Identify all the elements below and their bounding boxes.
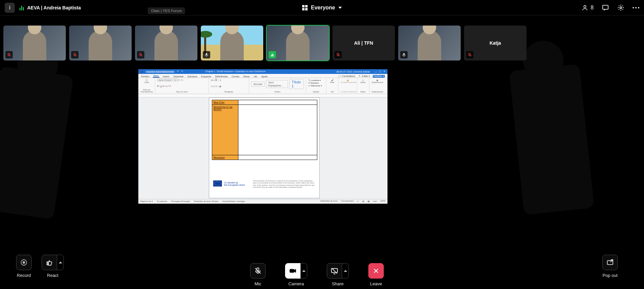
popout-button[interactable] bbox=[602, 255, 618, 270]
tab-correio[interactable]: Correio bbox=[231, 75, 240, 78]
find-button[interactable]: 🔍 Localizar ▾ bbox=[308, 79, 324, 81]
style-normal[interactable]: Normal bbox=[251, 82, 265, 87]
chat-button[interactable] bbox=[602, 4, 609, 11]
sensitivity-button[interactable]: 🔒Confidencialidade bbox=[340, 79, 355, 83]
word-filename[interactable]: Chapter 1. Social inclusion • Guardado n… bbox=[205, 70, 266, 73]
tab-ver[interactable]: Ver bbox=[253, 75, 258, 78]
participant-tile[interactable] bbox=[3, 26, 66, 60]
view-print-icon[interactable]: ▤ bbox=[362, 200, 364, 202]
ribbon-caption: Voz bbox=[328, 91, 336, 93]
tab-desenhar[interactable]: Desenhar bbox=[173, 75, 184, 78]
tab-ficheiro[interactable]: Ficheiro bbox=[140, 75, 150, 78]
svg-point-2 bbox=[620, 7, 622, 9]
bold-icon[interactable]: B bbox=[157, 85, 158, 87]
word-canvas[interactable]: Main Topic Description of the Activity R… bbox=[138, 97, 387, 199]
word-maximize-icon[interactable]: ▢ bbox=[379, 70, 381, 73]
participant-tile[interactable] bbox=[267, 26, 329, 60]
participant-tile[interactable] bbox=[201, 26, 263, 60]
tab-referencias[interactable]: Referências bbox=[215, 75, 228, 78]
react-button[interactable] bbox=[42, 255, 64, 270]
superscript-icon[interactable]: x² bbox=[167, 85, 169, 87]
strike-icon[interactable]: ab bbox=[162, 85, 165, 87]
word-minimize-icon[interactable]: — bbox=[375, 71, 377, 73]
status-predict[interactable]: Predições de texto: Ativado bbox=[194, 200, 218, 202]
activity-table: Main Topic Description of the Activity R… bbox=[212, 100, 317, 160]
font-size-select[interactable]: 11 bbox=[173, 79, 178, 81]
record-button[interactable] bbox=[16, 255, 32, 270]
camera-button[interactable] bbox=[285, 263, 307, 279]
participants-button[interactable]: 8 bbox=[581, 4, 594, 11]
style-heading1[interactable]: Título 1 bbox=[289, 79, 304, 89]
mic-live-icon bbox=[203, 51, 210, 58]
settings-button[interactable] bbox=[617, 4, 625, 11]
leave-button[interactable] bbox=[368, 263, 384, 279]
tab-estrutura[interactable]: Estrutura bbox=[187, 75, 198, 78]
eu-flag-icon bbox=[213, 180, 222, 187]
svg-point-0 bbox=[584, 5, 586, 8]
table-cell[interactable] bbox=[238, 100, 317, 105]
addins-button[interactable]: ▦Suplementos bbox=[371, 79, 383, 83]
camera-more[interactable] bbox=[301, 263, 307, 279]
table-label: Main Topic bbox=[212, 100, 238, 105]
word-redo-icon[interactable]: ↷ bbox=[181, 70, 183, 73]
popout-label: Pop out bbox=[603, 273, 618, 278]
zoom-slider[interactable]: ━●━ bbox=[373, 200, 377, 202]
word-autosave-toggle[interactable]: Guardar Automaticamente bbox=[145, 71, 175, 73]
select-button[interactable]: ▭ Selecionar ▾ bbox=[308, 84, 324, 87]
tab-ajuda[interactable]: Ajuda bbox=[261, 75, 268, 78]
word-close-icon[interactable]: ✕ bbox=[383, 70, 385, 73]
replace-button[interactable]: ↺ Substituir bbox=[308, 82, 324, 84]
word-share-button[interactable]: Partilhar ▾ bbox=[373, 75, 385, 78]
participant-tile[interactable]: Katja bbox=[464, 26, 526, 60]
participant-tile[interactable] bbox=[135, 26, 197, 60]
table-cell[interactable] bbox=[238, 105, 317, 155]
tab-esquema[interactable]: Esquema bbox=[200, 75, 212, 78]
share-label: Share bbox=[332, 281, 344, 286]
editor-button[interactable]: ✎Editor bbox=[359, 79, 367, 83]
tab-base[interactable]: Base bbox=[153, 75, 159, 78]
tab-inserir[interactable]: Inserir bbox=[162, 75, 170, 78]
view-web-icon[interactable]: ▦ bbox=[368, 200, 370, 202]
view-read-icon[interactable]: ▭ bbox=[357, 200, 359, 202]
underline-icon[interactable]: U bbox=[160, 85, 162, 87]
table-cell[interactable] bbox=[238, 155, 317, 160]
react-label: React bbox=[47, 273, 58, 278]
italic-icon[interactable]: I bbox=[159, 85, 160, 87]
word-comments-button[interactable]: ☐ Comentários bbox=[338, 75, 357, 78]
more-button[interactable] bbox=[633, 7, 639, 8]
style-nospace[interactable]: Sem Espaçame… bbox=[266, 80, 288, 88]
share-button[interactable] bbox=[327, 263, 349, 279]
status-concentrate[interactable]: Concentração bbox=[341, 200, 354, 202]
status-focus[interactable]: Definições de Foco bbox=[320, 200, 337, 202]
share-more[interactable] bbox=[342, 263, 349, 279]
dictate-button[interactable]: 🎤Ditar bbox=[328, 79, 336, 83]
participant-tile[interactable] bbox=[398, 26, 461, 60]
mic-muted-icon bbox=[71, 51, 79, 58]
grow-font-icon[interactable]: A↑ bbox=[178, 79, 181, 81]
background-silhouette bbox=[0, 66, 74, 219]
layout-dropdown[interactable]: Everyone bbox=[302, 5, 342, 11]
word-paste-button[interactable]: Colar bbox=[144, 81, 149, 83]
active-speaker-label: AEVA | Andreia Baptista bbox=[27, 5, 81, 10]
word-edit-button[interactable]: ✎ Editar ▾ bbox=[358, 75, 371, 78]
shrink-font-icon[interactable]: A↓ bbox=[181, 79, 183, 81]
info-button[interactable]: i bbox=[5, 3, 15, 13]
word-account[interactable]: AEVA-OT 2016 | Andreia Batista bbox=[336, 71, 370, 73]
status-words[interactable]: 21 palavras bbox=[157, 200, 167, 202]
font-name-select[interactable]: Aptos (Corpo) bbox=[157, 79, 172, 81]
status-lang[interactable]: Português (Portugal) bbox=[171, 200, 190, 202]
status-a11y[interactable]: Acessibilidade: investigar bbox=[222, 200, 245, 202]
status-zoom[interactable]: 100% bbox=[380, 200, 385, 202]
status-page[interactable]: Página 5 de 5 bbox=[140, 200, 153, 202]
shared-screen-word: Guardar Automaticamente ↶ ↷ Chapter 1. S… bbox=[138, 69, 387, 204]
subscript-icon[interactable]: x₂ bbox=[165, 85, 167, 87]
react-more[interactable] bbox=[57, 255, 64, 270]
word-undo-icon[interactable]: ↶ bbox=[177, 70, 179, 73]
font-color-icon[interactable]: A bbox=[170, 85, 171, 87]
mic-button[interactable] bbox=[250, 263, 266, 279]
participant-tile[interactable] bbox=[69, 26, 132, 60]
meeting-topbar: i AEVA | Andreia Baptista Everyone 8 bbox=[0, 0, 644, 15]
participant-tile[interactable]: Ali | TFN bbox=[332, 26, 395, 60]
word-page: Main Topic Description of the Activity R… bbox=[209, 97, 320, 198]
tab-rever[interactable]: Rever bbox=[243, 75, 250, 78]
